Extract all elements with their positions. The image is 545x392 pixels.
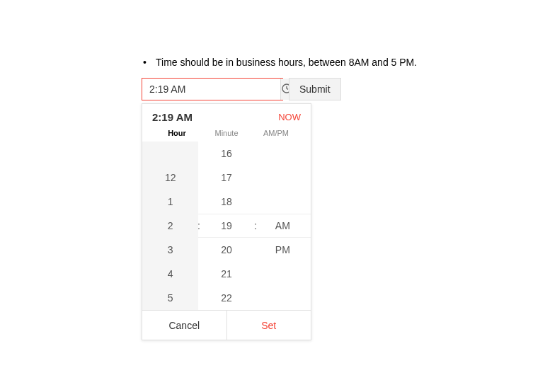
submit-button[interactable]: Submit [289,78,341,100]
time-input-container [142,78,283,100]
time-input[interactable] [142,79,280,100]
validation-message: Time should be in business hours, betwee… [156,57,545,68]
ampm-column[interactable]: AMPM [255,142,311,310]
time-spinner: : : 1212345 16171819202122 AMPM [142,142,311,310]
minute-column[interactable]: 16171819202122 [198,142,254,310]
spinner-option[interactable]: AM [255,214,311,238]
spinner-option[interactable] [255,190,311,214]
column-header-ampm[interactable]: AM/PM [251,129,301,137]
cancel-button[interactable]: Cancel [142,311,226,340]
spinner-option[interactable]: 18 [198,190,254,214]
spinner-option[interactable]: 16 [198,142,254,166]
column-header-minute[interactable]: Minute [202,129,251,137]
spinner-option[interactable]: PM [255,238,311,262]
spinner-option[interactable]: 2 [142,214,198,238]
spinner-option[interactable]: 17 [198,166,254,190]
spinner-option[interactable]: 3 [142,238,198,262]
spinner-option[interactable]: 5 [142,286,198,310]
spinner-option[interactable]: 21 [198,262,254,286]
spinner-option[interactable]: 4 [142,262,198,286]
set-button[interactable]: Set [226,311,311,340]
spinner-option[interactable] [255,142,311,166]
spinner-option[interactable] [255,286,311,310]
selected-time-display: 2:19 AM [152,111,193,123]
column-header-hour[interactable]: Hour [152,129,202,137]
spinner-option[interactable]: 1 [142,190,198,214]
spinner-option[interactable]: 20 [198,238,254,262]
spinner-option[interactable]: 19 [198,214,254,238]
spinner-option[interactable] [142,142,198,166]
hour-column[interactable]: 1212345 [142,142,198,310]
spinner-option[interactable]: 22 [198,286,254,310]
spinner-option[interactable] [255,262,311,286]
spinner-option[interactable]: 12 [142,166,198,190]
spinner-option[interactable] [255,166,311,190]
time-picker-popup: 2:19 AM NOW Hour Minute AM/PM : : 121234… [142,103,311,340]
now-button[interactable]: NOW [278,112,301,122]
